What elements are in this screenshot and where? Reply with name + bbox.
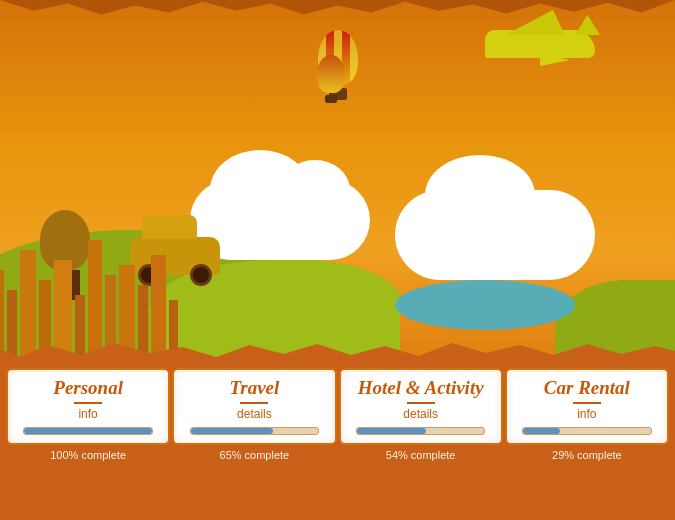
- card-subtitle-hotel-activity: details: [403, 407, 438, 421]
- card-label-car-rental: Car Rental info: [507, 370, 667, 443]
- hill-mid: [150, 260, 400, 360]
- card-label-travel-details: Travel details: [174, 370, 334, 443]
- card-dash-hotel-activity: [407, 402, 435, 404]
- progress-bar-outer-travel-details: [190, 427, 319, 435]
- progress-bar-inner-personal-info: [24, 428, 151, 434]
- card-label-hotel-activity: Hotel & Activity details: [341, 370, 501, 443]
- card-subtitle-travel-details: details: [237, 407, 272, 421]
- complete-label-personal-info: 100% complete: [50, 449, 126, 461]
- card-subtitle-personal-info: info: [78, 407, 97, 421]
- complete-label-car-rental: 29% complete: [552, 449, 622, 461]
- card-car-rental[interactable]: Car Rental info 29% complete: [507, 370, 667, 461]
- card-personal-info[interactable]: Personal info 100% complete: [8, 370, 168, 461]
- cloud-right: [395, 190, 595, 280]
- progress-bar-inner-hotel-activity: [357, 428, 426, 434]
- progress-bar-inner-travel-details: [191, 428, 274, 434]
- card-title-hotel-activity: Hotel & Activity: [358, 378, 484, 399]
- progress-bar-outer-hotel-activity: [356, 427, 485, 435]
- progress-bar-outer-car-rental: [522, 427, 651, 435]
- lake: [395, 280, 575, 330]
- progress-bar-outer-personal-info: [23, 427, 152, 435]
- card-title-travel-details: Travel: [229, 378, 279, 399]
- card-title-personal-info: Personal: [53, 378, 123, 399]
- card-hotel-activity[interactable]: Hotel & Activity details 54% complete: [341, 370, 501, 461]
- card-subtitle-car-rental: info: [577, 407, 596, 421]
- complete-label-travel-details: 65% complete: [220, 449, 290, 461]
- card-label-personal-info: Personal info: [8, 370, 168, 443]
- progress-bar-inner-car-rental: [523, 428, 560, 434]
- city-skyline: [0, 240, 178, 360]
- balloon-small-icon: [317, 55, 345, 103]
- card-title-car-rental: Car Rental: [544, 378, 630, 399]
- card-dash-travel-details: [240, 402, 268, 404]
- card-dash-car-rental: [573, 402, 601, 404]
- complete-label-hotel-activity: 54% complete: [386, 449, 456, 461]
- airplane-icon: [485, 30, 595, 58]
- card-travel-details[interactable]: Travel details 65% complete: [174, 370, 334, 461]
- illustration: [0, 0, 675, 360]
- card-dash-personal-info: [74, 402, 102, 404]
- info-bar: Personal info 100% complete Travel detai…: [0, 360, 675, 520]
